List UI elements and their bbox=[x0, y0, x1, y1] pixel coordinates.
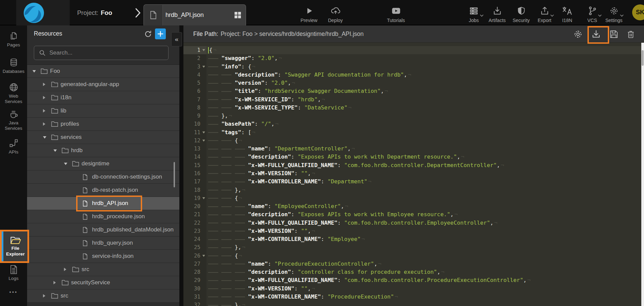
code-line-16[interactable]: 16"x-WM-VERSION": "",¬ bbox=[183, 169, 641, 178]
tree-expand-arrow-icon[interactable] bbox=[53, 149, 62, 152]
tree-item-profiles[interactable]: profiles bbox=[27, 118, 179, 131]
code-line-23[interactable]: 23"x-WM-VERSION": "",¬ bbox=[183, 227, 641, 235]
menu-item-settings[interactable]: Settings bbox=[603, 5, 624, 23]
menu-item-vcs[interactable]: VCS bbox=[582, 5, 603, 23]
code-line-25[interactable]: 25},¬ bbox=[183, 243, 641, 251]
topbar-action-deploy[interactable]: Deploy bbox=[320, 5, 351, 23]
tree-item-hrdb[interactable]: hrdb bbox=[27, 144, 179, 157]
sidebar-item-apis[interactable]: APIs bbox=[0, 138, 27, 155]
tree-item-service-info-json[interactable]: service-info.json bbox=[27, 250, 179, 263]
tree-scrollbar-thumb[interactable] bbox=[174, 162, 175, 187]
tree-item-generated-angular-app[interactable]: generated-angular-app bbox=[27, 78, 179, 91]
fold-arrow-icon[interactable] bbox=[202, 66, 205, 68]
fold-arrow-icon[interactable] bbox=[202, 131, 205, 134]
code-line-30[interactable]: 30"x-WM-VERSION": "",¬ bbox=[183, 285, 641, 293]
tree-item-lib[interactable]: lib bbox=[27, 104, 179, 118]
code-line-10[interactable]: 10"basePath": "/",¬ bbox=[183, 120, 641, 128]
sidebar-item-web-services[interactable]: Web Services bbox=[0, 82, 27, 104]
tree-item-hrdb-api-json[interactable]: hrdb_API.json bbox=[27, 197, 179, 210]
code-line-27[interactable]: 27"name": "ProcedureExecutionController"… bbox=[183, 260, 641, 268]
code-line-19[interactable]: 19{¬ bbox=[183, 194, 641, 202]
settings-button[interactable] bbox=[573, 29, 583, 39]
menu-item-i18n[interactable]: I18N bbox=[557, 5, 578, 23]
code-line-14[interactable]: 14"description": "Exposes APIs to work w… bbox=[183, 153, 641, 161]
logo-box[interactable] bbox=[16, 0, 70, 25]
tree-collapse-arrow-icon[interactable] bbox=[43, 294, 51, 298]
code-line-15[interactable]: 15"x-WM-FULLY_QUALIFIED_NA​ME": "com.foo… bbox=[183, 161, 641, 169]
sidebar-item-logs[interactable]: Logs bbox=[0, 265, 27, 281]
code-line-31[interactable]: 31"x-WM-CONTROLLER_NAME": "ProcedureExec… bbox=[183, 293, 641, 301]
fold-arrow-icon[interactable] bbox=[202, 255, 205, 257]
tree-item-db-rest-patch-json[interactable]: db-rest-patch.json bbox=[27, 184, 179, 197]
collapse-panel-icon[interactable]: « bbox=[171, 32, 182, 46]
sidebar-item-databases[interactable]: Databases bbox=[0, 58, 27, 74]
topbar-action-preview[interactable]: Preview bbox=[294, 5, 324, 23]
save-button[interactable] bbox=[609, 29, 619, 39]
delete-button[interactable] bbox=[626, 29, 635, 39]
menu-item-export[interactable]: Export bbox=[534, 5, 555, 23]
tree-expand-arrow-icon[interactable] bbox=[64, 163, 72, 165]
tree-item-securityservice[interactable]: securityService bbox=[27, 276, 179, 289]
code-line-20[interactable]: 20"name": "EmployeeController",¬ bbox=[183, 202, 641, 210]
tree-item-services[interactable]: services bbox=[27, 131, 179, 144]
code-line-21[interactable]: 21"description": "Exposes APIs to work w… bbox=[183, 210, 641, 219]
tree-collapse-arrow-icon[interactable] bbox=[43, 96, 51, 99]
code-line-8[interactable]: 8"x-WM-SERVICE_TYPE": "DataService"¬ bbox=[183, 104, 641, 112]
tree-item-src[interactable]: src bbox=[27, 263, 179, 276]
editor-scrollbar[interactable] bbox=[641, 43, 644, 306]
code-line-13[interactable]: 13"name": "DepartmentController",¬ bbox=[183, 145, 641, 153]
search-input[interactable]: Search... bbox=[34, 46, 169, 60]
tree-item-db-connection-settings-json[interactable]: db-connection-settings.json bbox=[27, 170, 179, 184]
code-line-18[interactable]: 18},¬ bbox=[183, 186, 641, 194]
avatar[interactable]: SK bbox=[632, 4, 644, 20]
tree-collapse-arrow-icon[interactable] bbox=[53, 281, 62, 284]
tree-collapse-arrow-icon[interactable] bbox=[43, 122, 51, 126]
tree-item-foo[interactable]: Foo bbox=[27, 65, 179, 78]
code-line-28[interactable]: 28"description": "controller class for p… bbox=[183, 268, 641, 276]
code-line-5[interactable]: 5"version": "2.0",¬ bbox=[183, 79, 641, 87]
add-resource-button[interactable] bbox=[155, 28, 166, 39]
editor-scrollbar-thumb[interactable] bbox=[642, 50, 644, 66]
open-file-tab[interactable]: hrdb_API.json bbox=[143, 4, 246, 25]
menu-item-artifacts[interactable]: Artifacts bbox=[487, 5, 508, 23]
menu-item-jobs[interactable]: Jobs bbox=[463, 5, 484, 23]
tree-expand-arrow-icon[interactable] bbox=[43, 136, 51, 139]
code-line-4[interactable]: 4"description": "Swagger API documentati… bbox=[183, 71, 641, 79]
code-area[interactable]: 1{¬2"swagger": "2.0",¬3"info": {¬4"descr… bbox=[183, 43, 641, 306]
topbar-action-tutorials[interactable]: Tutorials bbox=[381, 5, 411, 23]
tree-item-i18n[interactable]: i18n bbox=[27, 91, 179, 104]
tree-item-designtime[interactable]: designtime bbox=[27, 157, 179, 170]
download-button[interactable] bbox=[591, 29, 601, 39]
sidebar-item-file-explorer[interactable]: FileExplorer bbox=[2, 231, 27, 261]
fold-arrow-icon[interactable] bbox=[202, 49, 205, 51]
tree-collapse-arrow-icon[interactable] bbox=[43, 109, 51, 113]
tree-expand-arrow-icon[interactable] bbox=[32, 70, 41, 73]
tree-collapse-arrow-icon[interactable] bbox=[43, 83, 51, 86]
code-line-2[interactable]: 2"swagger": "2.0",¬ bbox=[183, 54, 641, 62]
tree-item-hrdb-published-datamodel-json[interactable]: hrdb_published_dataModel.json bbox=[27, 223, 179, 237]
code-line-32[interactable]: 32},¬ bbox=[183, 301, 641, 306]
code-line-24[interactable]: 24"x-WM-CONTROLLER_NAME": "Employee"¬ bbox=[183, 235, 641, 243]
tree-collapse-arrow-icon[interactable] bbox=[64, 268, 72, 271]
code-line-3[interactable]: 3"info": {¬ bbox=[183, 63, 641, 71]
fold-arrow-icon[interactable] bbox=[202, 197, 205, 199]
tree-item-hrdb-procedure-json[interactable]: hrdb_procedure.json bbox=[27, 210, 179, 223]
code-line-29[interactable]: 29"x-WM-FULLY_QUALIFIED_NAME": "com.foo.… bbox=[183, 276, 641, 284]
code-line-22[interactable]: 22"x-WM-FULLY_QUALIFIED_NAME": "com.foo.… bbox=[183, 219, 641, 227]
code-line-7[interactable]: 7"x-WM-SERVICE_ID": "hrdb",¬ bbox=[183, 96, 641, 104]
menu-item-security[interactable]: Security bbox=[511, 5, 532, 23]
sidebar-item-java-services[interactable]: Java Services bbox=[0, 109, 27, 131]
tree-item-src[interactable]: src bbox=[27, 289, 179, 303]
more-options-icon[interactable]: ••• bbox=[0, 289, 27, 295]
code-line-6[interactable]: 6"title": "hrdbService Swagger Documenta… bbox=[183, 87, 641, 95]
grid-icon[interactable] bbox=[229, 11, 246, 19]
code-line-12[interactable]: 12{¬ bbox=[183, 137, 641, 145]
sidebar-item-pages[interactable]: Pages bbox=[0, 31, 27, 48]
code-line-11[interactable]: 11"tags": [¬ bbox=[183, 128, 641, 137]
code-line-1[interactable]: 1{¬ bbox=[183, 46, 641, 54]
tree-item-hrdb-query-json[interactable]: hrdb_query.json bbox=[27, 237, 179, 250]
fold-arrow-icon[interactable] bbox=[202, 140, 205, 142]
code-line-26[interactable]: 26{¬ bbox=[183, 252, 641, 260]
refresh-icon[interactable] bbox=[144, 30, 152, 38]
code-line-17[interactable]: 17"x-WM-CONTROLLER_NAME": "Department"¬ bbox=[183, 178, 641, 186]
